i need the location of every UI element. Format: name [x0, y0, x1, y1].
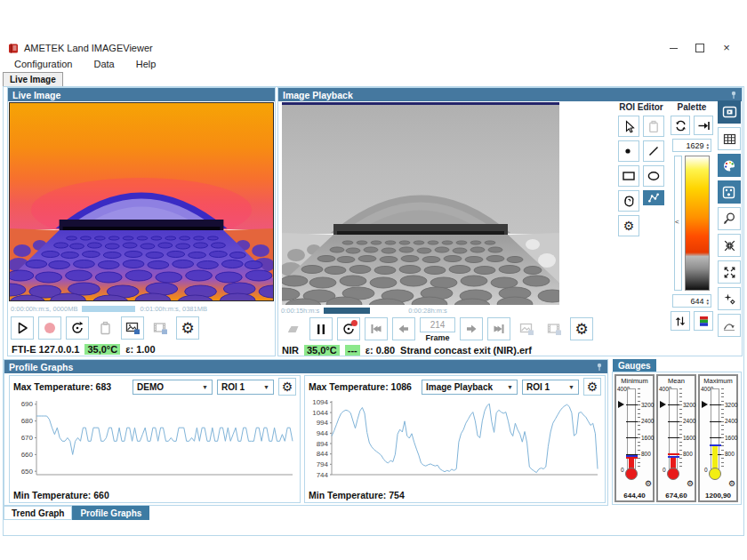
playback-export-video-button[interactable]: [542, 317, 566, 340]
spinner-arrows-icon[interactable]: ▴▾: [706, 142, 709, 149]
view-zoom-tool-button[interactable]: [718, 207, 741, 230]
svg-text:650: 650: [21, 468, 34, 476]
view-expand-button[interactable]: [718, 260, 741, 284]
setpoint-arrow-icon[interactable]: [702, 401, 708, 408]
setpoint-arrow-icon[interactable]: [660, 401, 666, 408]
gauge-title: Minimum: [616, 377, 653, 385]
palette-invert-button[interactable]: [671, 311, 690, 331]
palette-color-mode-button[interactable]: [694, 311, 713, 331]
source-select[interactable]: DEMO▼: [133, 380, 213, 395]
view-collapse-button[interactable]: [718, 234, 741, 257]
line-icon: [647, 145, 660, 157]
profile-graphs-header: Profile Graphs: [4, 360, 607, 373]
roi-ellipse-tool[interactable]: [643, 165, 664, 187]
roi-paste-tool[interactable]: [643, 116, 664, 137]
curve-correction-button[interactable]: [718, 314, 741, 337]
magnifier-arrow-icon: [722, 212, 736, 226]
close-button[interactable]: ×: [721, 43, 732, 53]
gauges-tab[interactable]: Gauges: [613, 359, 656, 372]
save-image-icon: [125, 321, 141, 335]
gauge-title: Maximum: [700, 377, 736, 385]
playback-next-frame-button[interactable]: [460, 317, 483, 340]
playback-eject-button[interactable]: [282, 317, 305, 340]
playback-pause-button[interactable]: [309, 317, 333, 340]
view-palette-panel-button[interactable]: [718, 154, 741, 177]
tab-trend-graph[interactable]: Trend Graph: [4, 506, 72, 520]
pin-icon[interactable]: [596, 362, 603, 372]
spinner-arrows-icon[interactable]: ▴▾: [706, 298, 709, 305]
image-playback-panel: Image Playback: [277, 87, 743, 356]
roi-rectangle-tool[interactable]: [618, 165, 639, 187]
add-marker-icon: [723, 292, 736, 306]
playback-settings-button[interactable]: ⚙: [570, 317, 593, 340]
live-settings-button[interactable]: ⚙: [176, 316, 199, 340]
playback-first-frame-button[interactable]: [365, 317, 388, 340]
chart-settings-button[interactable]: ⚙: [278, 378, 296, 396]
palette-gradient[interactable]: [685, 156, 710, 291]
roi-select[interactable]: ROI 1▼: [522, 380, 579, 395]
live-image-header-label: Live Image: [12, 90, 60, 100]
menu-configuration[interactable]: Configuration: [14, 59, 72, 69]
palette-min-spinner[interactable]: 644 ▴▾: [672, 294, 711, 308]
setpoint-arrow-icon[interactable]: [618, 401, 624, 408]
playback-snapshot-button[interactable]: [515, 317, 538, 340]
gauge-settings-button[interactable]: ⚙: [687, 479, 694, 488]
gauge-value: 644,40: [616, 492, 653, 500]
min-temperature-label: Min Temperature: 754: [309, 490, 405, 500]
live-ambient-temp-badge: 35,0°C: [84, 344, 120, 355]
chevron-down-icon: ▼: [507, 384, 513, 390]
roi-line-tool[interactable]: [643, 140, 664, 162]
playback-last-frame-button[interactable]: [487, 317, 510, 340]
play-icon: [15, 321, 29, 335]
chart-settings-button[interactable]: ⚙: [583, 378, 601, 396]
menu-data[interactable]: Data: [93, 59, 114, 69]
tab-profile-graphs[interactable]: Profile Graphs: [72, 506, 149, 520]
playback-loop-button[interactable]: [337, 317, 360, 340]
palette-max-spinner[interactable]: 1629 ▴▾: [672, 139, 711, 152]
roi-freeform-tool[interactable]: [618, 190, 639, 212]
playback-progress-position: 0:00:15h:m:s: [281, 307, 319, 315]
roi-select-tool[interactable]: [618, 116, 639, 137]
live-progress-bar[interactable]: [82, 306, 135, 312]
source-select[interactable]: Image Playback▼: [422, 380, 518, 395]
pin-icon[interactable]: [730, 90, 737, 100]
eject-file-icon: [286, 322, 301, 336]
palette-autoscale-button[interactable]: [671, 116, 690, 135]
tab-live-image[interactable]: Live Image: [3, 72, 63, 86]
frame-number-input[interactable]: 214: [420, 317, 455, 332]
roi-polyline-tool[interactable]: [643, 190, 664, 205]
live-record-video-button[interactable]: [149, 316, 172, 340]
roi-settings-button[interactable]: ⚙: [618, 215, 639, 236]
view-data-table-button[interactable]: [718, 127, 741, 150]
live-record-button[interactable]: [38, 316, 61, 340]
view-gauges-panel-button[interactable]: [718, 180, 741, 204]
playback-header: Image Playback: [278, 88, 742, 101]
add-annotation-button[interactable]: [718, 287, 741, 310]
menu-help[interactable]: Help: [136, 59, 157, 69]
gauge-minimum: Minimum 4000 0 320024001600800 ⚙: [614, 374, 655, 502]
palette-apply-button[interactable]: [694, 116, 713, 135]
playback-image[interactable]: [282, 102, 559, 305]
title-bar: AMETEK Land IMAGEViewer ×: [3, 40, 744, 56]
minimize-button[interactable]: [668, 43, 679, 53]
maximize-button[interactable]: [695, 43, 705, 53]
live-thermal-image[interactable]: [9, 102, 274, 301]
app-title: AMETEK Land IMAGEViewer: [24, 43, 153, 53]
live-loop-button[interactable]: [66, 316, 89, 340]
palette-range-slider[interactable]: <: [674, 156, 682, 291]
roi-point-tool[interactable]: [618, 140, 639, 162]
roi-select[interactable]: ROI 1▼: [217, 380, 274, 395]
playback-prev-frame-button[interactable]: [392, 317, 415, 340]
live-play-button[interactable]: [11, 316, 34, 340]
thermometer-bulb: [667, 468, 679, 480]
red-marker: [668, 453, 679, 455]
gauge-settings-button[interactable]: ⚙: [645, 479, 652, 488]
live-emissivity-label: ε: 1.00: [125, 344, 155, 355]
live-snapshot-button[interactable]: [121, 316, 144, 340]
live-delete-button[interactable]: [93, 316, 116, 340]
minor-ticks: [721, 388, 724, 470]
palette-buttons: [670, 116, 714, 135]
gauge-settings-button[interactable]: ⚙: [728, 479, 735, 488]
view-live-display-button[interactable]: [718, 100, 741, 124]
playback-progress-bar[interactable]: [324, 308, 370, 314]
